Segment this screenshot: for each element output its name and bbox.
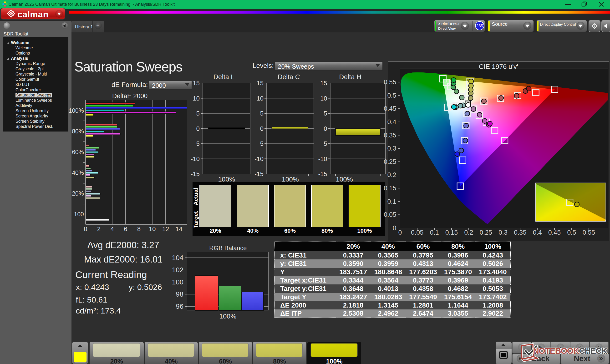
svg-text:0.3: 0.3 — [498, 229, 507, 236]
svg-text:0.05: 0.05 — [384, 211, 396, 218]
svg-text:0: 0 — [398, 229, 402, 236]
svg-text:0.15: 0.15 — [384, 185, 396, 192]
svg-text:0.35: 0.35 — [384, 132, 396, 139]
svg-text:0.05: 0.05 — [411, 229, 424, 236]
svg-text:0.5: 0.5 — [567, 229, 576, 236]
svg-text:0.5: 0.5 — [387, 92, 396, 99]
svg-text:0.25: 0.25 — [480, 229, 492, 236]
svg-text:0.3: 0.3 — [387, 145, 396, 152]
svg-text:0.35: 0.35 — [514, 229, 527, 236]
svg-text:0: 0 — [393, 224, 396, 232]
svg-text:0.4: 0.4 — [533, 229, 542, 236]
svg-text:0.55: 0.55 — [384, 78, 396, 86]
svg-text:0.55: 0.55 — [583, 229, 595, 236]
svg-text:0.2: 0.2 — [387, 171, 396, 178]
svg-text:0.45: 0.45 — [548, 229, 561, 236]
svg-text:0.45: 0.45 — [384, 105, 396, 112]
svg-text:0.1: 0.1 — [430, 229, 439, 236]
svg-text:0.25: 0.25 — [384, 158, 396, 165]
svg-text:0.1: 0.1 — [387, 198, 396, 205]
svg-text:0.2: 0.2 — [464, 229, 473, 236]
svg-text:0.15: 0.15 — [445, 229, 458, 236]
svg-text:0.4: 0.4 — [387, 118, 396, 126]
